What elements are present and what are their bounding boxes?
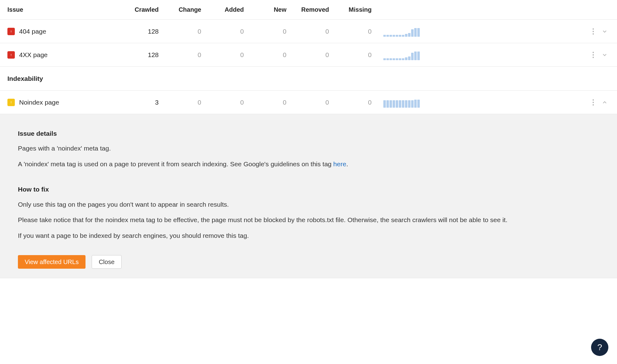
- fix-text-3: If you want a page to be indexed by sear…: [18, 231, 599, 240]
- cell-added: 0: [210, 51, 252, 59]
- issue-row-404[interactable]: 404 page 128 0 0 0 0 0: [0, 20, 617, 43]
- svg-point-3: [593, 52, 594, 53]
- fix-text-1: Only use this tag on the pages you don't…: [18, 200, 599, 209]
- issue-name: Noindex page: [19, 99, 59, 106]
- cell-crawled: 128: [125, 28, 167, 35]
- chevron-down-icon[interactable]: [602, 28, 608, 35]
- details-desc-2-pre: A 'noindex' meta tag is used on a page t…: [18, 160, 333, 168]
- sparkline: [383, 97, 430, 108]
- sparkline: [383, 50, 430, 60]
- cell-removed: 0: [295, 99, 338, 106]
- svg-point-10: [593, 101, 594, 103]
- cell-added: 0: [210, 99, 252, 106]
- cell-crawled: 128: [125, 51, 167, 59]
- table-header: Issue Crawled Change Added New Removed M…: [0, 0, 617, 20]
- chevron-down-icon[interactable]: [602, 52, 608, 58]
- cell-missing: 0: [338, 28, 380, 35]
- more-icon[interactable]: [592, 52, 594, 58]
- col-header-removed: Removed: [295, 6, 338, 13]
- error-icon: [7, 51, 15, 59]
- cell-new: 0: [252, 99, 295, 106]
- issue-details-panel: Issue details Pages with a 'noindex' met…: [0, 114, 617, 278]
- cell-missing: 0: [338, 99, 380, 106]
- svg-point-2: [593, 33, 594, 34]
- svg-rect-7: [11, 101, 11, 103]
- chevron-up-icon[interactable]: [602, 99, 608, 105]
- cell-crawled: 3: [125, 99, 167, 106]
- sparkline: [383, 26, 430, 37]
- col-header-change: Change: [167, 6, 210, 13]
- col-header-added: Added: [210, 6, 252, 13]
- svg-point-5: [593, 56, 594, 58]
- error-icon: [7, 28, 15, 35]
- details-heading: Issue details: [18, 129, 599, 138]
- warning-icon: [7, 99, 15, 106]
- issue-name: 4XX page: [19, 51, 48, 59]
- cell-removed: 0: [295, 51, 338, 59]
- details-desc-2: A 'noindex' meta tag is used on a page t…: [18, 159, 599, 169]
- col-header-missing: Missing: [338, 6, 380, 13]
- svg-point-0: [593, 28, 594, 29]
- cell-change: 0: [167, 51, 210, 59]
- cell-new: 0: [252, 28, 295, 35]
- issue-row-4xx[interactable]: 4XX page 128 0 0 0 0 0: [0, 43, 617, 67]
- section-header-indexability: Indexability: [0, 67, 617, 91]
- issue-name: 404 page: [19, 28, 46, 35]
- fix-heading: How to fix: [18, 185, 599, 194]
- details-desc-2-post: .: [346, 160, 348, 168]
- cell-new: 0: [252, 51, 295, 59]
- close-button[interactable]: Close: [92, 255, 122, 269]
- cell-removed: 0: [295, 28, 338, 35]
- col-header-issue: Issue: [7, 6, 125, 13]
- view-affected-urls-button[interactable]: View affected URLs: [18, 255, 85, 269]
- svg-point-1: [593, 31, 594, 32]
- svg-point-9: [593, 99, 594, 100]
- section-title: Indexability: [7, 75, 43, 82]
- issue-row-noindex[interactable]: Noindex page 3 0 0 0 0 0: [0, 91, 617, 114]
- details-desc-1: Pages with a 'noindex' meta tag.: [18, 144, 599, 153]
- cell-change: 0: [167, 99, 210, 106]
- more-icon[interactable]: [592, 28, 594, 35]
- col-header-crawled: Crawled: [125, 6, 167, 13]
- cell-missing: 0: [338, 51, 380, 59]
- svg-point-11: [593, 104, 594, 105]
- fix-text-2: Please take notice that for the noindex …: [18, 215, 599, 225]
- svg-point-4: [593, 54, 594, 55]
- more-icon[interactable]: [592, 99, 594, 106]
- guidelines-link[interactable]: here: [333, 160, 346, 168]
- cell-change: 0: [167, 28, 210, 35]
- cell-added: 0: [210, 28, 252, 35]
- col-header-new: New: [252, 6, 295, 13]
- svg-rect-8: [11, 103, 11, 103]
